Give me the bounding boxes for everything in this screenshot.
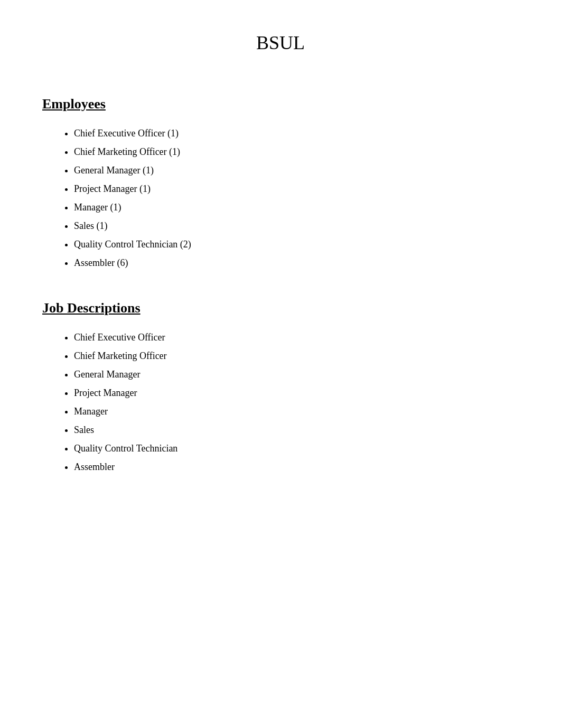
job-descriptions-heading: Job Descriptions [42,300,519,316]
list-item: Chief Executive Officer [74,332,519,343]
page-title: BSUL [42,32,519,54]
list-item: Chief Marketing Officer (1) [74,146,519,158]
employees-list: Chief Executive Officer (1)Chief Marketi… [42,128,519,269]
list-item: Project Manager [74,388,519,399]
list-item: Assembler (6) [74,257,519,269]
list-item: Chief Executive Officer (1) [74,128,519,139]
list-item: Sales [74,425,519,436]
list-item: Quality Control Technician (2) [74,239,519,250]
job-descriptions-section: Job Descriptions Chief Executive Officer… [42,300,519,473]
list-item: Project Manager (1) [74,183,519,195]
list-item: Sales (1) [74,220,519,232]
list-item: General Manager (1) [74,165,519,176]
list-item: Manager (1) [74,202,519,213]
employees-heading: Employees [42,96,519,112]
list-item: Quality Control Technician [74,443,519,454]
list-item: Assembler [74,462,519,473]
list-item: Manager [74,406,519,417]
list-item: Chief Marketing Officer [74,351,519,362]
job-descriptions-list: Chief Executive OfficerChief Marketing O… [42,332,519,473]
list-item: General Manager [74,369,519,380]
employees-section: Employees Chief Executive Officer (1)Chi… [42,96,519,269]
